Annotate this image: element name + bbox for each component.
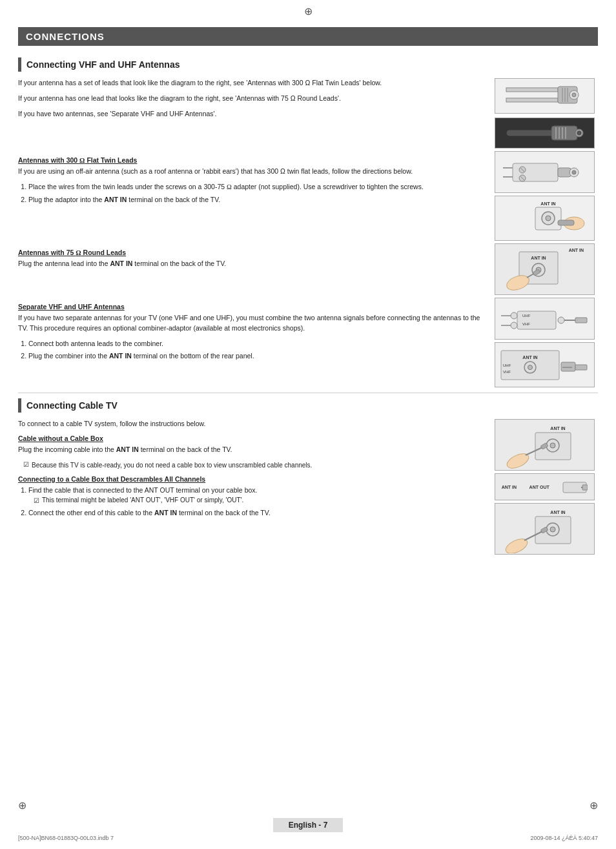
crosshair-bottom-left-icon: ⊕	[18, 799, 26, 812]
ant-out-label-box: ANT OUT	[529, 485, 549, 489]
svg-text:UHF: UHF	[522, 314, 531, 318]
note-icon-2: ☑	[34, 496, 39, 506]
sub-heading-75ohm: Antennas with 75 Ω Round Leads	[18, 249, 488, 256]
svg-point-44	[558, 317, 564, 323]
300ohm-adapter-image	[495, 151, 595, 193]
svg-point-71	[550, 527, 555, 532]
svg-rect-46	[575, 318, 587, 323]
svg-rect-55	[561, 362, 575, 371]
no-box-body: Plug the incoming cable into the ANT IN …	[18, 445, 488, 455]
sub-heading-cable-box: Connecting to a Cable Box that Descrambl…	[18, 475, 488, 483]
svg-rect-67	[582, 485, 588, 490]
svg-text:ANT IN: ANT IN	[531, 256, 546, 260]
svg-point-4	[572, 93, 576, 97]
svg-rect-8	[506, 130, 555, 136]
svg-point-52	[528, 365, 533, 369]
300ohm-body: If you are using an off-air antenna (suc…	[18, 167, 488, 177]
svg-point-40	[511, 312, 517, 319]
vhf-para3: If you have two antennas, see 'Separate …	[18, 109, 488, 119]
round-lead-image	[495, 118, 595, 148]
cable-step-1: Find the cable that is connected to the …	[28, 486, 488, 506]
footer: English - 7 [500-NA]BN68-01883Q-00L03.in…	[0, 818, 616, 841]
svg-text:ANT IN: ANT IN	[540, 201, 555, 206]
75ohm-antin-image: ANT IN ANT IN	[495, 243, 595, 295]
step-separate-1: Connect both antenna leads to the combin…	[28, 339, 488, 349]
page: ⊕ CONNECTIONS Connecting VHF and UHF Ant…	[0, 0, 616, 849]
svg-point-15	[577, 131, 581, 135]
footer-page-label: English - 7	[273, 818, 344, 832]
75ohm-row: Antennas with 75 Ω Round Leads Plug the …	[18, 243, 598, 295]
footer-meta: [500-NA]BN68-01883Q-00L03.indb 7 2009-08…	[0, 835, 616, 841]
svg-point-29	[546, 216, 551, 221]
cable-final-antin-image: ANT IN	[495, 503, 595, 555]
cable-box-steps: Find the cable that is connected to the …	[28, 486, 488, 519]
no-box-note: ☑ Because this TV is cable-ready, you do…	[23, 460, 488, 470]
vhf-uhf-heading-text: Connecting VHF and UHF Antennas	[26, 59, 180, 70]
cable-tv-heading-text: Connecting Cable TV	[26, 400, 118, 411]
75ohm-images: ANT IN ANT IN	[495, 243, 598, 295]
vhf-para2: If your antenna has one lead that looks …	[18, 94, 488, 104]
svg-rect-21	[558, 168, 571, 177]
svg-text:VHF: VHF	[522, 322, 530, 326]
flat-twin-leads-image	[495, 78, 595, 114]
vhf-para1: If your antenna has a set of leads that …	[18, 78, 488, 88]
sub-heading-no-box: Cable without a Cable Box	[18, 435, 488, 442]
300ohm-left: Antennas with 300 Ω Flat Twin Leads If y…	[18, 151, 488, 241]
separate-body: If you have two separate antennas for yo…	[18, 313, 488, 334]
cable-section-heading-bar	[18, 398, 21, 413]
section-divider	[18, 393, 598, 393]
svg-point-61	[550, 443, 555, 448]
note-icon-1: ☑	[23, 461, 29, 468]
page-title: CONNECTIONS	[18, 27, 598, 46]
combiner-image: UHF VHF	[495, 298, 595, 340]
crosshair-bottom-right-icon: ⊕	[590, 799, 598, 812]
svg-point-72	[503, 536, 529, 553]
footer-right-text: 2009-08-14 ¿ÁÈÀ 5:40:47	[530, 835, 598, 841]
svg-text:VHF: VHF	[503, 370, 511, 374]
section-heading-bar	[18, 57, 21, 72]
svg-text:ANT IN: ANT IN	[522, 355, 537, 360]
sub-heading-300ohm: Antennas with 300 Ω Flat Twin Leads	[18, 156, 488, 164]
svg-rect-1	[506, 98, 558, 102]
ant-in-label-box: ANT IN	[502, 485, 517, 489]
svg-text:ANT IN: ANT IN	[550, 510, 565, 515]
svg-rect-57	[575, 365, 587, 370]
no-box-note-text: Because this TV is cable-ready, you do n…	[32, 460, 312, 470]
crosshair-top-icon: ⊕	[304, 5, 313, 17]
300ohm-row: Antennas with 300 Ω Flat Twin Leads If y…	[18, 151, 598, 241]
cable-box-note-text: This terminal might be labeled 'ANT OUT'…	[42, 495, 243, 505]
300ohm-steps: Place the wires from the twin leads unde…	[28, 182, 488, 205]
300ohm-antin-image: ANT IN	[495, 196, 595, 241]
svg-rect-9	[551, 126, 577, 140]
vhf-intro-images	[495, 78, 598, 148]
separate-steps: Connect both antenna leads to the combin…	[28, 339, 488, 362]
cable-tv-row: To connect to a cable TV system, follow …	[18, 419, 598, 555]
svg-point-62	[504, 451, 530, 469]
cable-box-connector-image: ANT IN ANT OUT	[495, 473, 595, 500]
vhf-intro-row: If your antenna has a set of leads that …	[18, 78, 598, 148]
svg-rect-0	[506, 88, 558, 92]
75ohm-left: Antennas with 75 Ω Round Leads Plug the …	[18, 243, 488, 295]
vhf-intro-left: If your antenna has a set of leads that …	[18, 78, 488, 148]
cable-tv-section-heading: Connecting Cable TV	[18, 398, 598, 413]
separate-vhf-uhf-row: Separate VHF and UHF Antennas If you hav…	[18, 298, 598, 387]
cable-box-note: ☑ This terminal might be labeled 'ANT OU…	[34, 495, 488, 506]
svg-rect-31	[558, 220, 574, 225]
cable-antin-image: ANT IN	[495, 419, 595, 471]
separate-vhf-uhf-left: Separate VHF and UHF Antennas If you hav…	[18, 298, 488, 387]
cable-tv-images: ANT IN ANT IN ANT OUT	[495, 419, 598, 555]
svg-text:UHF: UHF	[503, 363, 511, 367]
300ohm-images: ANT IN	[495, 151, 598, 241]
svg-point-41	[511, 322, 517, 329]
75ohm-body: Plug the antenna lead into the ANT IN te…	[18, 259, 488, 269]
svg-point-23	[572, 170, 576, 174]
separate-images: UHF VHF ANT IN	[495, 298, 598, 387]
cable-tv-intro: To connect to a cable TV system, follow …	[18, 419, 488, 429]
ant-in-label-75: ANT IN	[569, 248, 584, 252]
vhf-uhf-section-heading: Connecting VHF and UHF Antennas	[18, 57, 598, 72]
step-separate-2: Plug the combiner into the ANT IN termin…	[28, 351, 488, 362]
sub-heading-separate: Separate VHF and UHF Antennas	[18, 303, 488, 311]
footer-left-text: [500-NA]BN68-01883Q-00L03.indb 7	[18, 835, 114, 841]
combiner-antin-image: ANT IN UHF VHF	[495, 342, 595, 387]
cable-tv-left: To connect to a cable TV system, follow …	[18, 419, 488, 555]
